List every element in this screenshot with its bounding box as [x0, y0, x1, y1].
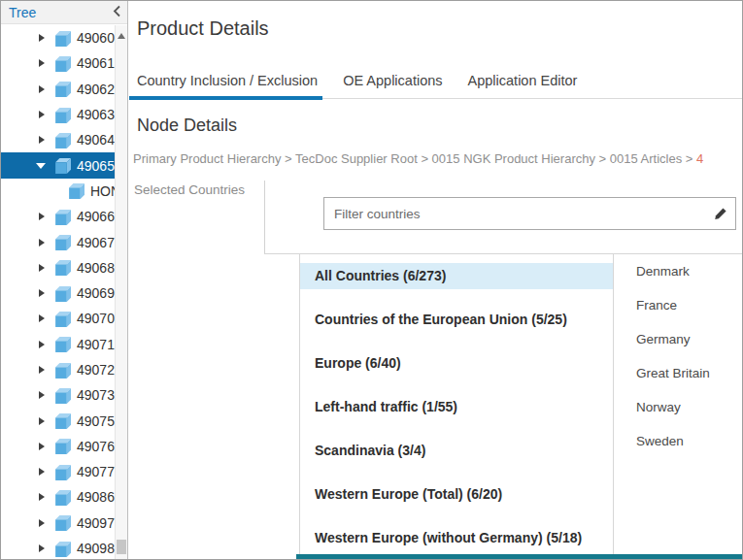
tree-item[interactable]: 49061	[1, 50, 115, 76]
expand-arrow-icon[interactable]	[39, 341, 45, 348]
tree-item[interactable]: 49063	[1, 102, 115, 127]
expand-arrow-icon[interactable]	[39, 493, 45, 501]
scrollbar-thumb[interactable]	[117, 540, 126, 554]
expand-arrow-icon[interactable]	[39, 366, 45, 374]
country-row[interactable]: France	[615, 288, 742, 322]
country-group-row[interactable]: Left-hand traffic (1/55)	[300, 385, 613, 429]
country-row[interactable]: Sweden	[615, 424, 742, 458]
tree-item-label: 49071	[77, 337, 115, 352]
folder-cube-icon	[53, 259, 71, 276]
tree-item[interactable]: 49069	[1, 280, 115, 306]
breadcrumb-separator: >	[595, 151, 610, 166]
tree-item-label: 49076	[77, 439, 115, 454]
tree-item[interactable]: 49073	[1, 382, 115, 408]
tree-item-list: 49060 49061 49062	[1, 25, 115, 559]
tree-item[interactable]: HON	[1, 179, 115, 204]
tree-item-label: 49098	[77, 541, 115, 556]
tree-item-label: 49068	[77, 260, 115, 276]
expand-arrow-icon[interactable]	[39, 289, 45, 297]
country-group-row[interactable]: Western Europe (Total) (6/20)	[300, 473, 613, 516]
country-row[interactable]: Germany	[615, 322, 742, 356]
expand-arrow-icon[interactable]	[39, 443, 45, 450]
breadcrumb-label: 4	[696, 151, 703, 166]
tree-item-label: 49061	[77, 55, 115, 71]
expand-arrow-icon[interactable]	[36, 163, 46, 169]
expand-arrow-icon[interactable]	[39, 314, 45, 322]
tree-item[interactable]: 49097	[1, 511, 115, 536]
tree-item-label: 49063	[77, 107, 115, 122]
tree-item[interactable]: 49068	[1, 255, 115, 280]
tree-item[interactable]: 49086	[1, 484, 115, 510]
expand-arrow-icon[interactable]	[39, 417, 45, 425]
tree-panel-header: Tree	[1, 1, 127, 24]
folder-cube-icon	[53, 157, 71, 174]
country-group-label: Left-hand traffic (1/55)	[300, 394, 613, 420]
expand-arrow-icon[interactable]	[39, 34, 45, 42]
expand-arrow-icon[interactable]	[39, 264, 45, 272]
tree-item[interactable]: 49067	[1, 229, 115, 254]
tree-item[interactable]: 49066	[1, 204, 115, 229]
tree-item[interactable]: 49072	[1, 357, 115, 382]
country-group-row[interactable]: Western Europe (without Germany) (5/18)	[300, 516, 613, 554]
tree-item[interactable]: 49070	[1, 306, 115, 331]
expand-arrow-icon[interactable]	[39, 85, 45, 93]
expand-arrow-icon[interactable]	[39, 468, 45, 476]
horizontal-scrollbar[interactable]	[296, 554, 742, 559]
tree-panel: Tree 49060	[1, 1, 128, 559]
folder-cube-icon	[53, 387, 71, 404]
breadcrumb-item[interactable]: 4 >	[696, 151, 703, 166]
tab-label: OE Applications	[343, 73, 442, 88]
filter-box	[323, 197, 736, 230]
country-row[interactable]: Great Britain	[615, 356, 742, 390]
pencil-icon	[714, 207, 727, 220]
country-group-label: Countries of the European Union (5/25)	[300, 307, 613, 333]
country-row[interactable]: Norway	[615, 390, 742, 424]
expand-arrow-icon[interactable]	[39, 239, 45, 247]
country-group-row[interactable]: Countries of the European Union (5/25)	[300, 298, 613, 342]
expand-arrow-icon[interactable]	[39, 391, 45, 399]
expand-arrow-icon[interactable]	[39, 544, 45, 552]
tree-item[interactable]: 49064	[1, 127, 115, 152]
tree-item[interactable]: 49060	[1, 25, 115, 50]
expand-arrow-icon[interactable]	[39, 111, 45, 118]
filter-countries-input[interactable]	[324, 198, 710, 229]
expand-arrow-icon[interactable]	[39, 213, 45, 220]
breadcrumb-item[interactable]: Primary Product Hierarchy >	[133, 151, 295, 166]
folder-cube-icon	[53, 514, 71, 531]
country-group-row[interactable]: Europe (6/40)	[300, 342, 613, 385]
breadcrumb-item[interactable]: TecDoc Supplier Root >	[295, 151, 432, 166]
countries-list: Denmark France Germany Great Britain Nor…	[615, 254, 742, 554]
country-group-row[interactable]: All Countries (6/273)	[300, 254, 613, 298]
tree-item[interactable]: 49071	[1, 332, 115, 357]
breadcrumb: Primary Product Hierarchy > TecDoc Suppl…	[133, 151, 742, 166]
breadcrumb-separator: >	[682, 151, 696, 166]
country-row[interactable]: Denmark	[615, 254, 742, 288]
expand-arrow-icon[interactable]	[39, 59, 45, 67]
scroll-up-icon[interactable]	[118, 33, 125, 39]
tree-item[interactable]: 49076	[1, 434, 115, 459]
breadcrumb-label: Primary Product Hierarchy	[133, 151, 281, 166]
tab-label: Application Editor	[468, 73, 578, 88]
tab[interactable]: Country Inclusion / Exclusion	[137, 63, 318, 99]
tree-item[interactable]: 49077	[1, 459, 115, 484]
expand-arrow-icon[interactable]	[39, 519, 45, 527]
tree-item[interactable]: 49062	[1, 77, 115, 102]
breadcrumb-item[interactable]: 0015 NGK Product Hierarchy >	[432, 151, 610, 166]
folder-cube-icon	[53, 362, 71, 379]
collapse-panel-icon[interactable]	[108, 2, 125, 19]
country-label: Germany	[636, 332, 691, 346]
expand-arrow-icon[interactable]	[39, 136, 45, 144]
tab[interactable]: Application Editor	[468, 63, 578, 99]
tree-item[interactable]: 49065	[1, 152, 115, 178]
breadcrumb-item[interactable]: 0015 Articles >	[610, 151, 696, 166]
country-group-row[interactable]: Scandinavia (3/4)	[300, 429, 613, 473]
app-window: Tree 49060	[0, 0, 743, 560]
tree-scrollbar[interactable]	[115, 25, 127, 559]
tree-item[interactable]: 49098	[1, 536, 115, 559]
tree-item[interactable]: 49075	[1, 408, 115, 433]
tab[interactable]: OE Applications	[343, 63, 442, 99]
tree-item-label: 49066	[77, 209, 115, 224]
folder-cube-icon	[53, 209, 71, 225]
folder-cube-icon	[53, 412, 71, 429]
edit-button[interactable]	[710, 198, 735, 229]
